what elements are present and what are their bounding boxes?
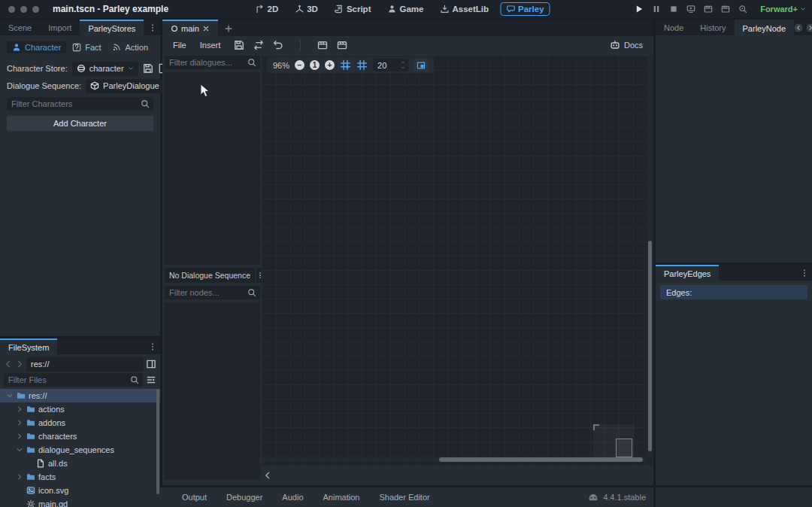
save-dialogue-button[interactable]	[234, 40, 244, 50]
dock-menu-icon[interactable]	[148, 342, 157, 351]
menu-insert[interactable]: Insert	[194, 39, 227, 51]
close-icon[interactable]	[202, 25, 210, 32]
save-store-button[interactable]	[143, 63, 153, 74]
collapse-caret-icon[interactable]	[6, 392, 14, 399]
tab-import[interactable]: Import	[40, 20, 80, 35]
expand-caret-icon[interactable]	[16, 405, 23, 413]
file-tree-item[interactable]: dialogue_sequences	[0, 443, 160, 457]
file-tree-item[interactable]: res://	[0, 389, 160, 402]
bottom-tab-animation[interactable]: Animation	[314, 493, 370, 502]
import-export-button[interactable]	[253, 40, 264, 50]
file-tree-item[interactable]: characters	[0, 430, 160, 443]
file-tree-item[interactable]: addons	[0, 416, 160, 430]
mode-fact[interactable]: Fact	[67, 41, 106, 53]
dialogue-list[interactable]	[165, 72, 260, 265]
mode-character[interactable]: Character	[7, 41, 66, 53]
zoom-in-button[interactable]: +	[325, 60, 335, 70]
file-tree-item[interactable]: facts	[0, 470, 160, 484]
tab-history[interactable]: History	[692, 20, 734, 35]
dock-menu-icon[interactable]	[800, 269, 809, 278]
expand-caret-icon[interactable]	[16, 433, 23, 440]
history-back-button[interactable]	[4, 360, 13, 369]
tab-parleyedges[interactable]: ParleyEdges	[656, 265, 719, 281]
bottom-tab-output[interactable]: Output	[172, 493, 217, 502]
graph-vscroll-thumb[interactable]	[648, 241, 652, 451]
zoom-out-button[interactable]: −	[295, 60, 304, 70]
minimap-toggle-button[interactable]	[414, 59, 428, 71]
refresh-button[interactable]	[273, 40, 283, 50]
workspace-script[interactable]: Script	[329, 3, 377, 15]
graph-hscroll-track[interactable]	[262, 457, 647, 462]
version-button[interactable]: 4.4.1.stable	[588, 492, 646, 502]
graph-hscroll-thumb[interactable]	[439, 457, 643, 462]
workspace-2d[interactable]: 2D	[250, 3, 283, 15]
inspector-forward-button[interactable]	[806, 23, 812, 32]
dialogue-sequence-select[interactable]: ParleyDialogue	[86, 79, 174, 93]
collapse-caret-icon[interactable]	[16, 446, 23, 454]
sequence-selector[interactable]: No Dialogue Sequence	[165, 268, 255, 283]
window-close-button[interactable]	[8, 6, 15, 13]
filter-characters-input[interactable]	[7, 97, 153, 111]
split-dock-button[interactable]	[146, 359, 156, 369]
bottom-tab-shader-editor[interactable]: Shader Editor	[369, 493, 439, 502]
filter-nodes-input[interactable]	[165, 286, 260, 299]
character-store-select[interactable]: character	[72, 62, 138, 76]
file-tree-item[interactable]: all.ds	[0, 457, 160, 470]
filter-files-input[interactable]	[4, 373, 143, 387]
add-character-button[interactable]: Add Character	[7, 116, 153, 131]
scene-tab-main[interactable]: main	[162, 20, 218, 36]
test-dialogue-from-button[interactable]	[337, 40, 347, 50]
spinner-down-icon[interactable]	[400, 65, 406, 70]
dialogue-graph-canvas[interactable]: 96% − 1 +	[262, 56, 653, 465]
tab-parleynode[interactable]: ParleyNode	[735, 20, 794, 35]
minimap-viewport[interactable]	[616, 439, 632, 457]
spinner-up-icon[interactable]	[400, 60, 406, 65]
filter-dialogues-input[interactable]	[165, 56, 260, 69]
movie-maker-button[interactable]	[738, 5, 747, 14]
play-scene-button[interactable]	[704, 5, 713, 14]
tab-parleystores[interactable]: ParleyStores	[80, 20, 144, 35]
play-remote-button[interactable]	[686, 5, 695, 14]
expand-caret-icon[interactable]	[16, 473, 23, 481]
workspace-parley[interactable]: Parley	[500, 2, 550, 16]
tab-scene[interactable]: Scene	[0, 20, 40, 35]
file-tree-item[interactable]: icon.svg	[0, 484, 160, 497]
node-list[interactable]	[165, 302, 260, 480]
inspector-back-button[interactable]	[794, 23, 803, 32]
workspace-game[interactable]: Game	[382, 3, 429, 15]
graph-minimap[interactable]	[593, 424, 634, 459]
stop-button[interactable]	[669, 5, 678, 14]
play-custom-scene-button[interactable]	[721, 5, 730, 14]
path-field[interactable]: res://	[26, 357, 144, 372]
add-scene-tab-button[interactable]	[218, 20, 239, 36]
history-forward-button[interactable]	[15, 360, 24, 369]
file-tree-item[interactable]: main.gd	[0, 497, 160, 507]
zoom-reset-button[interactable]: 1	[310, 60, 320, 70]
sort-files-button[interactable]	[146, 375, 156, 385]
workspace-assetlib[interactable]: AssetLib	[435, 3, 494, 15]
collapse-sidebar-button[interactable]	[263, 471, 272, 480]
menu-file[interactable]: File	[167, 39, 192, 51]
window-zoom-button[interactable]	[32, 6, 39, 13]
workspace-3d[interactable]: 3D	[289, 3, 323, 15]
bottom-tab-debugger[interactable]: Debugger	[217, 493, 272, 502]
mode-action[interactable]: Action	[107, 41, 153, 53]
snap-spinner[interactable]	[400, 60, 406, 70]
expand-caret-icon[interactable]	[16, 419, 23, 427]
test-dialogue-button[interactable]	[317, 40, 328, 50]
bottom-tab-audio[interactable]: Audio	[272, 493, 313, 502]
snap-distance-input[interactable]	[377, 61, 397, 70]
file-tree-scrollbar[interactable]	[156, 389, 159, 494]
tab-node[interactable]: Node	[656, 20, 692, 35]
file-tree-item[interactable]: actions	[0, 402, 160, 416]
snap-toggle-button[interactable]	[340, 59, 351, 71]
grid-toggle-button[interactable]	[356, 59, 368, 71]
docs-button[interactable]: Docs	[604, 40, 649, 50]
window-minimize-button[interactable]	[20, 6, 27, 13]
dock-menu-icon[interactable]	[148, 23, 157, 32]
renderer-select[interactable]: Forward+	[760, 5, 806, 14]
edges-header[interactable]: Edges:	[660, 285, 807, 299]
pause-button[interactable]	[652, 5, 661, 14]
play-button[interactable]	[635, 5, 644, 14]
tab-filesystem[interactable]: FileSystem	[0, 339, 57, 354]
